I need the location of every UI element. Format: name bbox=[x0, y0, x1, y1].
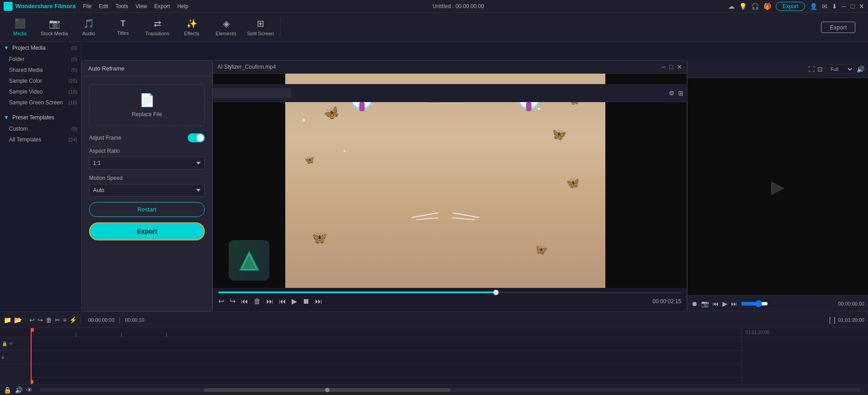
delete-tl-icon[interactable]: 🗑 bbox=[46, 316, 52, 324]
video-panel-title: AI Stylizer_Coufirm.mp4 bbox=[217, 64, 276, 70]
menu-view[interactable]: View bbox=[135, 3, 147, 9]
ruler-tick-1 bbox=[76, 333, 76, 337]
sidebar-sample-color[interactable]: Sample Color (25) bbox=[0, 75, 81, 86]
timeline-scrub-handle[interactable] bbox=[325, 388, 330, 392]
tool-elements[interactable]: ◈ Elements bbox=[210, 14, 242, 40]
right-snapshot-icon[interactable]: 📷 bbox=[701, 300, 709, 307]
sidebar-project-media[interactable]: ▼ Project Media (0) bbox=[0, 42, 81, 54]
motion-speed-row: Motion Speed Auto Slow Normal Fast bbox=[89, 175, 205, 197]
folder-open-icon[interactable]: 📁 bbox=[4, 316, 11, 324]
right-next-icon[interactable]: ⏭ bbox=[731, 300, 737, 307]
right-prev-icon[interactable]: ⏮ bbox=[712, 300, 719, 307]
right-panel-toolbar: ⛶ ⊡ Full 50% 75% 100% 🔊 bbox=[688, 60, 868, 78]
tool-media[interactable]: ⬛ Media bbox=[4, 14, 36, 40]
cloud-icon[interactable]: ☁ bbox=[728, 3, 735, 10]
next-frame-icon[interactable]: ⏭ bbox=[315, 297, 322, 306]
tool-stock-media[interactable]: 📷 Stock Media bbox=[38, 14, 71, 40]
headphones-icon[interactable]: 🎧 bbox=[751, 3, 759, 10]
folder-add-icon[interactable]: 📂 bbox=[14, 316, 22, 324]
sidebar-sample-video[interactable]: Sample Video (18) bbox=[0, 86, 81, 97]
login-button[interactable]: Export bbox=[776, 2, 805, 11]
menu-file[interactable]: File bbox=[83, 3, 91, 9]
panel-maximize-icon[interactable]: □ bbox=[670, 63, 673, 71]
gift-icon[interactable]: 🎁 bbox=[764, 3, 771, 10]
tool-audio[interactable]: 🎵 Audio bbox=[72, 14, 105, 40]
undo-tl-icon[interactable]: ↩ bbox=[29, 316, 35, 324]
motion-speed-select[interactable]: Auto Slow Normal Fast bbox=[89, 184, 205, 197]
message-icon[interactable]: ✉ bbox=[822, 3, 827, 10]
bulb-icon[interactable]: 💡 bbox=[739, 3, 747, 10]
right-time-display: 00:00:00:00 bbox=[838, 301, 864, 306]
butterfly-7: 🦋 bbox=[304, 155, 314, 165]
titles-icon: T bbox=[121, 19, 126, 28]
right-record-icon[interactable]: ⏺ bbox=[691, 300, 698, 307]
menu-help[interactable]: Help bbox=[177, 3, 189, 9]
video-right-area bbox=[605, 74, 687, 288]
pip-icon[interactable]: ⊡ bbox=[817, 66, 823, 73]
speed-icon[interactable]: ⚡ bbox=[69, 316, 77, 324]
tl-bracket-right[interactable]: ] bbox=[834, 316, 835, 324]
tool-effects[interactable]: ✨ Effects bbox=[175, 14, 208, 40]
close-icon[interactable]: ✕ bbox=[859, 3, 864, 10]
account-icon[interactable]: 👤 bbox=[810, 3, 817, 10]
volume-slider[interactable] bbox=[741, 300, 768, 307]
right-play-icon[interactable]: ▶ bbox=[722, 300, 727, 307]
skip-back-icon[interactable]: ⏮ bbox=[241, 297, 248, 306]
minimize-icon[interactable]: ─ bbox=[842, 3, 846, 10]
status-eye-icon[interactable]: 👁 bbox=[26, 386, 33, 394]
sidebar-shared-media[interactable]: Shared Media (0) bbox=[0, 65, 81, 75]
menu-edit[interactable]: Edit bbox=[99, 3, 108, 9]
redo-tl-icon[interactable]: ↪ bbox=[38, 316, 43, 324]
speaker-icon[interactable]: 🔊 bbox=[857, 66, 864, 73]
restart-button[interactable]: Restart bbox=[89, 202, 205, 217]
stop-button[interactable]: ⏹ bbox=[302, 297, 310, 306]
sidebar-all-templates[interactable]: All Templates (24) bbox=[0, 134, 81, 145]
undo-ctrl-icon[interactable]: ↩ bbox=[218, 297, 224, 306]
replace-file-area[interactable]: 📄 Replace File bbox=[89, 84, 205, 126]
motion-speed-label-text: Motion Speed bbox=[89, 175, 205, 181]
folder-label: Folder bbox=[9, 56, 24, 62]
tool-transitions[interactable]: ⇄ Transitions bbox=[141, 14, 174, 40]
sidebar-preset-templates[interactable]: ▼ Preset Templates bbox=[0, 112, 81, 123]
download-icon[interactable]: ⬇ bbox=[832, 3, 837, 10]
video-progress-thumb[interactable] bbox=[493, 290, 499, 295]
ruler-tick-3 bbox=[166, 333, 167, 337]
menu-export[interactable]: Export bbox=[154, 3, 170, 9]
panel-minimize-icon[interactable]: ─ bbox=[661, 63, 666, 71]
auto-reframe-title: Auto Reframe bbox=[82, 61, 212, 77]
video-progress-bar[interactable] bbox=[218, 292, 681, 293]
sidebar-folder[interactable]: Folder (0) bbox=[0, 54, 81, 65]
timeline-scrollbar[interactable] bbox=[40, 388, 861, 392]
status-lock-icon[interactable]: 🔒 bbox=[4, 386, 11, 394]
delete-frame-icon[interactable]: 🗑 bbox=[254, 297, 261, 306]
tool-split-screen[interactable]: ⊞ Split Screen bbox=[244, 14, 277, 40]
export-header-button[interactable]: Export bbox=[821, 22, 855, 33]
panel-close-icon[interactable]: ✕ bbox=[677, 63, 682, 71]
status-audio-icon[interactable]: 🔊 bbox=[15, 386, 23, 394]
skip-forward-icon[interactable]: ⏭ bbox=[266, 297, 274, 306]
menu-tools[interactable]: Tools bbox=[115, 3, 128, 9]
fullscreen-icon[interactable]: ⛶ bbox=[808, 66, 815, 73]
tl-bracket-left[interactable]: [ bbox=[829, 316, 831, 324]
zoom-select[interactable]: Full 50% 75% 100% bbox=[826, 65, 854, 74]
aspect-ratio-select[interactable]: 1:1 16:9 9:16 4:3 21:9 bbox=[89, 157, 205, 169]
sidebar-custom[interactable]: Custom (0) bbox=[0, 123, 81, 134]
right-panel-preview: ▶ bbox=[688, 78, 868, 295]
play-button[interactable]: ▶ bbox=[292, 297, 297, 306]
split-audio-icon[interactable]: ≡ bbox=[63, 316, 66, 324]
redo-ctrl-icon[interactable]: ↪ bbox=[230, 297, 236, 306]
butterfly-5: 🦋 bbox=[310, 229, 328, 246]
tl-sep-2 bbox=[80, 315, 81, 324]
export-dialog-button[interactable]: Export bbox=[89, 222, 205, 240]
cut-tl-icon[interactable]: ✂ bbox=[55, 316, 60, 324]
sidebar-sample-green[interactable]: Sample Green Screen (10) bbox=[0, 97, 81, 108]
audio-icon: 🎵 bbox=[83, 18, 94, 29]
tool-titles[interactable]: T Titles bbox=[107, 14, 139, 40]
maximize-icon[interactable]: □ bbox=[851, 3, 854, 10]
adjust-frame-toggle[interactable] bbox=[188, 133, 205, 142]
sidebar-project-media-label: ▼ Project Media bbox=[4, 45, 46, 51]
filter-icon[interactable]: ⚙ bbox=[669, 89, 675, 97]
app-name: Wondershare Filmora bbox=[15, 3, 75, 9]
prev-frame-icon[interactable]: ⏮ bbox=[279, 297, 286, 306]
grid-icon[interactable]: ⊞ bbox=[678, 89, 684, 97]
